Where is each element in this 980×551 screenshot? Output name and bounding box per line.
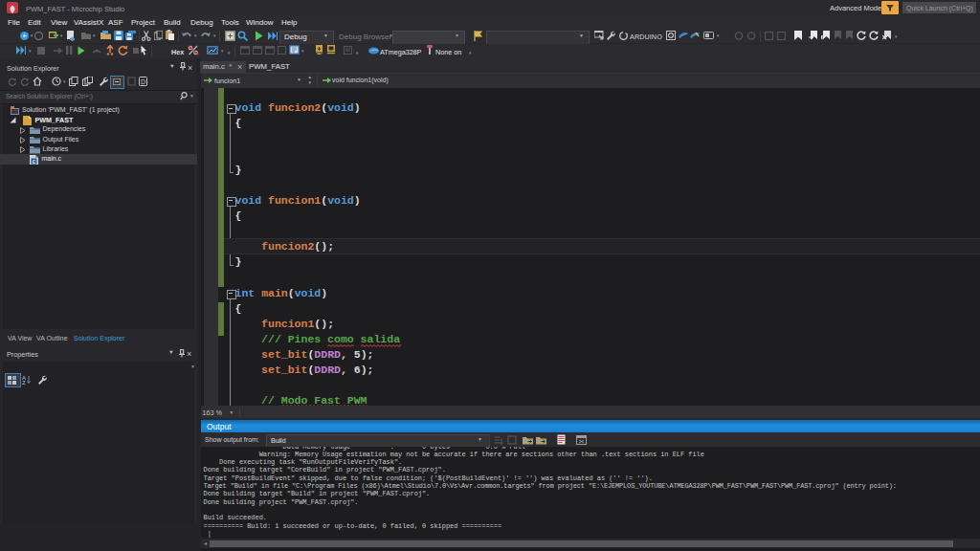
svg-text:c: c [32, 159, 35, 165]
svg-text:Z: Z [22, 380, 26, 385]
svg-text:D: D [141, 78, 145, 85]
